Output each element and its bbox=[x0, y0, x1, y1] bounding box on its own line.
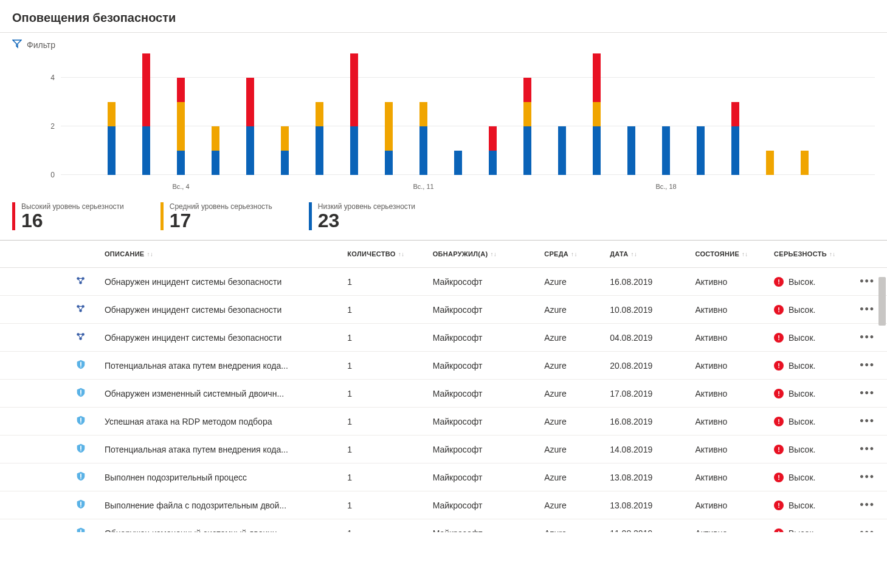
shield-icon bbox=[75, 443, 86, 456]
cell-state: Активно bbox=[689, 519, 768, 533]
cell-severity: !Высок. bbox=[768, 268, 847, 296]
row-actions-button[interactable]: ••• bbox=[847, 463, 887, 491]
bar[interactable] bbox=[627, 126, 635, 175]
bar[interactable] bbox=[801, 151, 809, 175]
shield-icon bbox=[75, 499, 86, 511]
col-count[interactable]: КОЛИЧЕСТВО↑↓ bbox=[341, 241, 426, 268]
cell-state: Активно bbox=[689, 268, 768, 296]
cell-description: Выполнение файла с подозрительным двой..… bbox=[98, 491, 341, 519]
table-row[interactable]: Обнаружен инцидент системы безопасности1… bbox=[0, 268, 887, 296]
bar[interactable] bbox=[316, 102, 323, 175]
col-actions bbox=[847, 241, 887, 268]
table-row[interactable]: Успешная атака на RDP методом подбора1Ма… bbox=[0, 408, 887, 436]
bars-container bbox=[73, 54, 851, 175]
cell-environment: Azure bbox=[538, 296, 604, 324]
alert-icon: ! bbox=[774, 277, 784, 287]
cell-detected: Майкрософт bbox=[427, 380, 539, 408]
alert-icon: ! bbox=[774, 445, 784, 454]
cell-count: 1 bbox=[341, 408, 426, 436]
row-actions-button[interactable]: ••• bbox=[847, 519, 887, 533]
cell-state: Активно bbox=[689, 463, 768, 491]
table-row[interactable]: Обнаружен инцидент системы безопасности1… bbox=[0, 296, 887, 324]
table-row[interactable]: Потенциальная атака путем внедрения кода… bbox=[0, 436, 887, 463]
table-row[interactable]: Потенциальная атака путем внедрения кода… bbox=[0, 352, 887, 380]
bar[interactable] bbox=[177, 78, 185, 175]
sort-icon: ↑↓ bbox=[398, 251, 405, 258]
bar[interactable] bbox=[731, 102, 739, 175]
row-actions-button[interactable]: ••• bbox=[847, 352, 887, 380]
col-detected[interactable]: ОБНАРУЖИЛ(А)↑↓ bbox=[427, 241, 539, 268]
cell-severity: !Высок. bbox=[768, 408, 847, 436]
col-environment[interactable]: СРЕДА↑↓ bbox=[538, 241, 604, 268]
x-axis-labels: Вс., 4Вс., 11Вс., 18 bbox=[24, 183, 875, 194]
row-actions-button[interactable]: ••• bbox=[847, 436, 887, 463]
bar[interactable] bbox=[246, 78, 254, 175]
bar[interactable] bbox=[662, 126, 670, 175]
row-actions-button[interactable]: ••• bbox=[847, 408, 887, 436]
col-description[interactable]: ОПИСАНИЕ↑↓ bbox=[98, 241, 341, 268]
cell-severity: !Высок. bbox=[768, 436, 847, 463]
col-icon bbox=[0, 241, 98, 268]
cell-detected: Майкрософт bbox=[427, 268, 539, 296]
cell-detected: Майкрософт bbox=[427, 296, 539, 324]
bar[interactable] bbox=[419, 102, 427, 175]
bar[interactable] bbox=[593, 53, 601, 175]
alert-icon: ! bbox=[774, 361, 784, 371]
summary-medium[interactable]: Средний уровень серьезность 17 bbox=[160, 202, 272, 230]
summary-value: 17 bbox=[170, 211, 272, 230]
sort-icon: ↑↓ bbox=[631, 251, 638, 258]
filter-icon bbox=[12, 39, 22, 50]
cell-description: Успешная атака на RDP методом подбора bbox=[98, 408, 341, 436]
incident-icon bbox=[75, 303, 86, 316]
cell-count: 1 bbox=[341, 352, 426, 380]
cell-date: 13.08.2019 bbox=[604, 463, 689, 491]
cell-environment: Azure bbox=[538, 436, 604, 463]
bar[interactable] bbox=[108, 102, 116, 175]
row-actions-button[interactable]: ••• bbox=[847, 324, 887, 352]
bar[interactable] bbox=[385, 102, 393, 175]
bar[interactable] bbox=[523, 78, 531, 175]
cell-description: Обнаружен инцидент системы безопасности bbox=[98, 296, 341, 324]
scrollbar[interactable] bbox=[878, 277, 886, 326]
summary-value: 16 bbox=[21, 211, 124, 230]
cell-date: 20.08.2019 bbox=[604, 352, 689, 380]
bar[interactable] bbox=[454, 151, 462, 175]
table-row[interactable]: Обнаружен измененный системный двоичн...… bbox=[0, 519, 887, 533]
summary-high[interactable]: Высокий уровень серьезности 16 bbox=[12, 202, 124, 230]
col-severity[interactable]: СЕРЬЕЗНОСТЬ↑↓ bbox=[768, 241, 847, 268]
bar[interactable] bbox=[697, 126, 705, 175]
table-row[interactable]: Обнаружен измененный системный двоичн...… bbox=[0, 380, 887, 408]
cell-date: 11.08.2019 bbox=[604, 519, 689, 533]
cell-state: Активно bbox=[689, 380, 768, 408]
cell-detected: Майкрософт bbox=[427, 519, 539, 533]
bar[interactable] bbox=[766, 151, 774, 175]
bar[interactable] bbox=[558, 126, 566, 175]
table-row[interactable]: Выполнен подозрительный процесс1Майкросо… bbox=[0, 463, 887, 491]
col-date[interactable]: ДАТА↑↓ bbox=[604, 241, 689, 268]
row-actions-button[interactable]: ••• bbox=[847, 380, 887, 408]
table-body: Обнаружен инцидент системы безопасности1… bbox=[0, 268, 887, 533]
cell-date: 13.08.2019 bbox=[604, 491, 689, 519]
filter-button[interactable]: Фильтр bbox=[0, 33, 887, 54]
shield-icon bbox=[75, 415, 86, 428]
bar[interactable] bbox=[489, 126, 497, 175]
bar[interactable] bbox=[350, 53, 358, 175]
x-tick-label: Вс., 18 bbox=[655, 183, 676, 190]
col-state[interactable]: СОСТОЯНИЕ↑↓ bbox=[689, 241, 768, 268]
sort-icon: ↑↓ bbox=[491, 251, 497, 258]
table-row[interactable]: Обнаружен инцидент системы безопасности1… bbox=[0, 324, 887, 352]
table-row[interactable]: Выполнение файла с подозрительным двой..… bbox=[0, 491, 887, 519]
cell-description: Обнаружен измененный системный двоичн... bbox=[98, 380, 341, 408]
cell-state: Активно bbox=[689, 296, 768, 324]
sort-icon: ↑↓ bbox=[829, 251, 836, 258]
bar[interactable] bbox=[142, 53, 150, 175]
row-actions-button[interactable]: ••• bbox=[847, 491, 887, 519]
cell-environment: Azure bbox=[538, 324, 604, 352]
severity-bar-high bbox=[12, 202, 15, 230]
bar[interactable] bbox=[281, 126, 289, 175]
cell-description: Потенциальная атака путем внедрения кода… bbox=[98, 436, 341, 463]
summary-low[interactable]: Низкий уровень серьезности 23 bbox=[309, 202, 415, 230]
cell-date: 04.08.2019 bbox=[604, 324, 689, 352]
table-header-row: ОПИСАНИЕ↑↓ КОЛИЧЕСТВО↑↓ ОБНАРУЖИЛ(А)↑↓ С… bbox=[0, 241, 887, 268]
bar[interactable] bbox=[212, 126, 219, 175]
